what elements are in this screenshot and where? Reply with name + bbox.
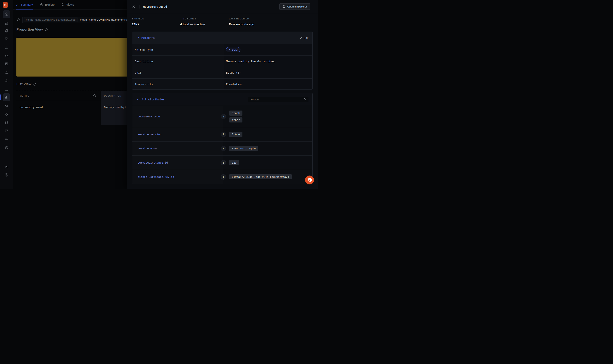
area-chart-icon: [5, 129, 9, 133]
attributes-search-input[interactable]: [250, 98, 304, 101]
sidebar-item-services[interactable]: [3, 77, 10, 85]
pencil-icon: [299, 37, 302, 39]
attribute-row-service-version: service.version 1 1.0.0: [132, 127, 312, 141]
sidebar-item-more[interactable]: [3, 86, 10, 94]
list-view-heading: List View: [16, 82, 36, 86]
grid-icon: [5, 37, 9, 40]
message-square-icon: [5, 165, 9, 169]
sidebar-item-settings[interactable]: [3, 171, 10, 179]
route-icon: [5, 146, 9, 150]
attribute-key-link[interactable]: service.name: [138, 147, 157, 150]
stat-samples: SAMPLES 23K+: [132, 17, 180, 26]
metric-stats-row: SAMPLES 23K+ TIME SERIES 4 total — 4 act…: [127, 13, 318, 26]
sidebar-item-pipelines[interactable]: [3, 135, 10, 143]
drawer-header: go.memory.used Open in Explorer: [127, 0, 318, 13]
close-icon[interactable]: [132, 5, 135, 8]
sidebar-item-exceptions[interactable]: [3, 110, 10, 118]
metric-description-cell: Memory used by t: [104, 106, 126, 109]
open-in-explorer-button[interactable]: Open in Explorer: [279, 3, 310, 10]
tab-label: Explorer: [45, 3, 56, 6]
metric-name-cell[interactable]: go.memory.used: [20, 106, 43, 109]
table-row[interactable]: go.memory.used Memory used by t: [16, 101, 137, 125]
sidebar-item-dashboards[interactable]: [3, 35, 10, 42]
metadata-row-metric-type: Metric Type ± SUM: [132, 44, 312, 55]
bar-chart-icon: [16, 3, 19, 6]
app-logo[interactable]: [3, 2, 8, 8]
sidebar-item-home[interactable]: [3, 19, 10, 27]
attributes-search-box[interactable]: [248, 97, 308, 102]
info-icon[interactable]: [33, 83, 36, 86]
sidebar-item-support[interactable]: [3, 163, 10, 171]
search-icon[interactable]: [93, 94, 96, 97]
metadata-section-header: Metadata Edit: [132, 32, 312, 44]
attribute-value-chip: other: [229, 117, 242, 122]
attribute-row-signoz-workspace-key-id: signoz.workspace.key.id 1 019aa5f2-c9da-…: [132, 170, 312, 184]
sidebar-item-infrastructure[interactable]: [3, 52, 10, 60]
table-header: METRIC DESCRIPTION: [16, 91, 137, 101]
attributes-section-title[interactable]: All Attributes: [141, 98, 165, 101]
attribute-key-link[interactable]: service.instance.id: [138, 161, 168, 164]
sidebar-item-traces[interactable]: [3, 69, 10, 76]
filter-info-icon[interactable]: [17, 18, 20, 21]
chevron-down-icon[interactable]: [136, 37, 139, 39]
scroll-text-icon: [5, 62, 9, 66]
column-header-description[interactable]: DESCRIPTION: [104, 94, 121, 97]
cable-icon: [5, 104, 9, 108]
stat-last-received: LAST RECEIVED Few seconds ago: [229, 17, 313, 26]
tab-summary[interactable]: Summary: [16, 0, 33, 9]
attribute-key-link[interactable]: go.memory.type: [138, 115, 160, 118]
stat-time-series: TIME SERIES 4 total — 4 active: [180, 17, 229, 26]
attribute-row-service-instance-id: service.instance.id 1 123: [132, 156, 312, 170]
metadata-row-temporality: Temporality Cumulative: [132, 78, 312, 90]
metadata-section-title[interactable]: Metadata: [141, 36, 155, 39]
filter-typed-text: metric_name CONTAINS go.memory.u: [80, 18, 127, 21]
hard-drive-icon: [5, 54, 9, 58]
treemap-tile-go-memory-used[interactable]: [16, 38, 134, 77]
cursor-click-icon: [5, 46, 9, 50]
tab-label: Views: [66, 3, 74, 6]
sidebar-item-dashboards-2[interactable]: [3, 127, 10, 135]
boxes-icon: [5, 79, 9, 83]
metadata-row-unit: Unit Bytes (B): [132, 67, 312, 78]
drafting-compass-icon: [5, 71, 9, 75]
sidebar-item-workflows[interactable]: [3, 144, 10, 151]
attribute-key-link[interactable]: service.version: [138, 133, 161, 136]
attribute-value-chip: runtime-example: [229, 146, 258, 151]
tab-views[interactable]: Views: [61, 0, 74, 9]
attribute-count-badge: 1: [221, 160, 226, 165]
attribute-key-link[interactable]: signoz.workspace.key.id: [138, 175, 174, 178]
header-divider: [139, 5, 139, 9]
sidebar-item-events[interactable]: [3, 44, 10, 52]
column-header-metric[interactable]: METRIC: [20, 94, 29, 97]
sidebar-item-integrations[interactable]: [3, 102, 10, 110]
support-chat-fab[interactable]: [305, 176, 314, 184]
attribute-count-badge: 1: [221, 146, 226, 151]
drawer-title: go.memory.used: [143, 5, 167, 8]
attribute-value-chip: stack: [229, 111, 242, 116]
chevron-down-icon[interactable]: [136, 98, 139, 101]
all-attributes-section: All Attributes go.memory.type 2 stack ot…: [132, 93, 313, 184]
metrics-table: METRIC DESCRIPTION go.memory.used Memory…: [16, 91, 137, 125]
signoz-logo-icon: [4, 3, 7, 7]
edit-metadata-button[interactable]: Edit: [299, 37, 308, 39]
attribute-value-chip: 123: [229, 160, 239, 165]
rack-icon: [61, 3, 64, 6]
tab-label: Summary: [21, 3, 33, 6]
compass-icon: [282, 5, 285, 8]
sidebar-item-explore[interactable]: [3, 119, 10, 126]
sidebar-item-get-started[interactable]: [3, 10, 10, 18]
tab-explorer[interactable]: Explorer: [40, 0, 56, 9]
info-icon[interactable]: [45, 28, 48, 31]
list-lines-icon: [5, 137, 9, 141]
sidebar-item-logs[interactable]: [3, 60, 10, 68]
attribute-row-go-memory-type: go.memory.type 2 stack other: [132, 106, 312, 127]
bell-dot-icon: [5, 29, 9, 33]
sidebar-item-metrics[interactable]: [3, 93, 10, 101]
ellipsis-icon: [5, 89, 9, 92]
home-icon: [5, 21, 9, 25]
sidebar-item-alerts[interactable]: [3, 27, 10, 35]
package-plus-icon: [5, 12, 9, 16]
filter-chip[interactable]: metric_name CONTAINS go.memory.used: [24, 17, 77, 22]
active-nav-indicator: [0, 94, 0, 100]
chat-bubble-icon: [307, 177, 312, 182]
